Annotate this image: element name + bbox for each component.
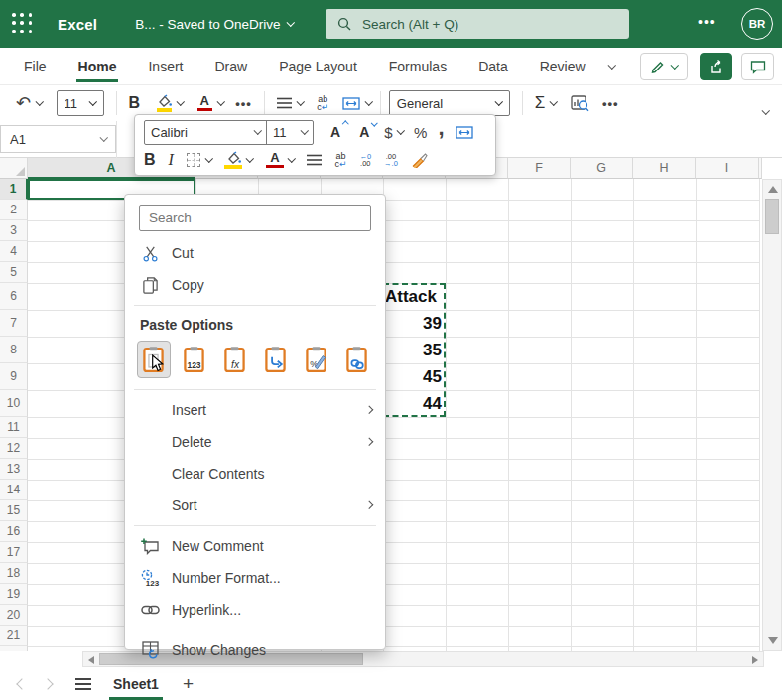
document-title[interactable]: B... - Saved to OneDrive [135, 17, 293, 32]
row-header[interactable]: 22 [0, 646, 28, 651]
row-header[interactable]: 17 [0, 542, 28, 563]
analyze-data-button[interactable] [571, 95, 589, 112]
font-color-button[interactable]: A [197, 95, 224, 112]
number-format-select[interactable]: General [389, 90, 510, 116]
global-search[interactable] [326, 9, 629, 39]
row-header[interactable]: 14 [0, 480, 28, 500]
menu-item-show-changes[interactable]: Show Changes [125, 634, 385, 666]
editing-mode-button[interactable] [640, 53, 688, 80]
row-header[interactable]: 12 [0, 438, 28, 459]
grow-font-button[interactable]: A [330, 124, 340, 140]
fill-color-button[interactable] [156, 94, 184, 112]
global-search-input[interactable] [360, 16, 588, 33]
scroll-down-icon[interactable] [768, 637, 778, 644]
menu-item-clear-contents[interactable]: Clear Contents [125, 458, 385, 490]
prev-sheet-chevron-icon[interactable] [16, 678, 27, 689]
tab-page-layout[interactable]: Page Layout [277, 50, 359, 82]
font-overflow-button[interactable]: ••• [235, 96, 252, 111]
all-sheets-icon[interactable] [75, 678, 91, 690]
fill-color-button-floating[interactable] [224, 151, 253, 169]
borders-button[interactable] [187, 153, 212, 167]
tab-home[interactable]: Home [76, 50, 119, 82]
scroll-left-icon[interactable] [88, 656, 94, 664]
undo-button[interactable]: ↶ [16, 92, 43, 114]
row-header[interactable]: 11 [0, 417, 28, 438]
comments-button[interactable] [741, 53, 774, 80]
paste-formatting-button[interactable]: % [299, 341, 332, 378]
row-header[interactable]: 7 [0, 310, 28, 337]
menu-item-sort[interactable]: Sort [125, 490, 385, 521]
comma-format-button[interactable]: , [438, 115, 444, 141]
increase-decimal-button[interactable]: .00→.0 [384, 153, 398, 168]
accounting-format-button[interactable]: $ [384, 124, 403, 141]
column-header[interactable]: F [508, 158, 571, 179]
row-header[interactable]: 18 [0, 563, 28, 584]
wrap-text-button-floating[interactable]: abc↵ [334, 152, 346, 168]
font-size-select-floating[interactable]: 11 [267, 121, 313, 144]
app-launcher-icon[interactable] [12, 13, 34, 35]
name-box[interactable]: A1 [0, 125, 116, 153]
menu-item-hyperlink[interactable]: Hyperlink... [125, 594, 385, 626]
tab-draw[interactable]: Draw [212, 50, 249, 82]
menu-item-copy[interactable]: Copy [125, 269, 385, 301]
paste-button[interactable] [137, 341, 171, 378]
font-name-select[interactable]: Calibri [145, 121, 266, 144]
paste-formulas-button[interactable]: fx [218, 341, 252, 378]
merge-cells-button-floating[interactable] [456, 126, 473, 139]
decrease-decimal-button[interactable]: ←0.00 [359, 153, 371, 168]
row-header[interactable]: 5 [0, 262, 28, 283]
collapse-ribbon-chevron-icon[interactable] [761, 106, 769, 114]
row-header[interactable]: 21 [0, 626, 28, 646]
paste-values-button[interactable]: 123 [178, 341, 211, 378]
paste-link-button[interactable] [339, 341, 373, 378]
tab-file[interactable]: File [22, 50, 49, 82]
add-sheet-button[interactable]: + [183, 673, 194, 695]
row-header[interactable]: 9 [0, 363, 28, 390]
tab-formulas[interactable]: Formulas [387, 50, 449, 82]
row-header[interactable]: 6 [0, 283, 28, 310]
scroll-right-icon[interactable] [752, 656, 758, 664]
percent-format-button[interactable]: % [414, 124, 427, 141]
merge-cells-button[interactable] [342, 97, 372, 110]
wrap-text-button[interactable]: abc↵ [317, 95, 328, 111]
row-header[interactable]: 8 [0, 337, 28, 363]
more-options-button[interactable]: ••• [698, 14, 716, 30]
toolbar-overflow-button[interactable]: ••• [602, 96, 619, 111]
row-header[interactable]: 10 [0, 390, 28, 417]
row-header[interactable]: 20 [0, 605, 28, 626]
app-name[interactable]: Excel [58, 16, 97, 33]
menu-item-delete[interactable]: Delete [125, 426, 385, 458]
menu-item-insert[interactable]: Insert [125, 394, 385, 426]
vertical-scrollbar[interactable] [762, 179, 782, 651]
paste-transpose-button[interactable] [259, 341, 293, 378]
share-button[interactable] [700, 53, 732, 80]
row-header-selected[interactable]: 1 [0, 179, 28, 200]
menu-item-new-comment[interactable]: New Comment [125, 530, 385, 562]
tab-review[interactable]: Review [538, 50, 587, 82]
column-header[interactable]: I [696, 158, 759, 179]
menu-item-cut[interactable]: Cut [125, 237, 385, 269]
italic-button-floating[interactable]: I [169, 151, 174, 169]
scroll-up-icon[interactable] [768, 186, 778, 193]
tab-insert[interactable]: Insert [146, 50, 185, 82]
row-header[interactable]: 13 [0, 459, 28, 480]
row-header[interactable]: 3 [0, 220, 28, 241]
row-header[interactable]: 4 [0, 241, 28, 262]
vertical-scroll-thumb[interactable] [765, 199, 779, 234]
column-header[interactable] [759, 158, 762, 179]
column-header[interactable]: G [571, 158, 633, 179]
more-tabs-chevron-icon[interactable] [607, 61, 615, 69]
row-header[interactable]: 15 [0, 500, 28, 521]
font-color-button-floating[interactable]: A [266, 152, 295, 169]
align-icon[interactable] [307, 154, 322, 166]
avatar[interactable]: BR [741, 8, 773, 40]
column-header[interactable]: H [633, 158, 696, 179]
bold-button[interactable]: B [129, 94, 141, 112]
format-painter-icon[interactable] [411, 153, 428, 168]
sheet-tab-sheet1[interactable]: Sheet1 [109, 670, 163, 698]
autosum-button[interactable]: Σ [535, 93, 557, 113]
select-all-corner[interactable] [0, 158, 28, 179]
menu-item-number-format[interactable]: 123 Number Format... [125, 562, 385, 594]
row-header[interactable]: 16 [0, 521, 28, 542]
tab-data[interactable]: Data [476, 50, 510, 82]
